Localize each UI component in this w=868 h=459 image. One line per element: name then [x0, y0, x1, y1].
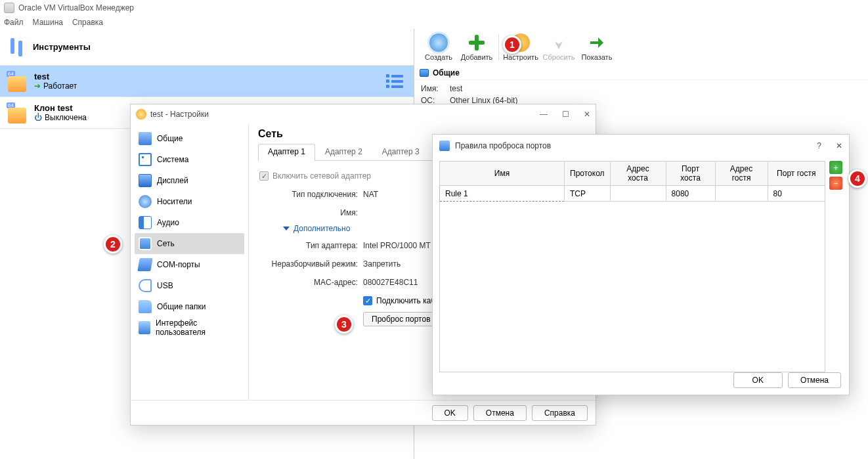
annotation-badge-2: 2 [104, 235, 122, 253]
settings-footer: OK Отмена Справка [131, 400, 596, 425]
ports-ok-button[interactable]: OK [733, 372, 783, 388]
vm-name: Клон test [34, 103, 87, 113]
tab-adapter-1[interactable]: Адаптер 1 [258, 144, 315, 161]
annotation-badge-1: 1 [503, 35, 521, 54]
tab-adapter-2[interactable]: Адаптер 2 [315, 144, 372, 161]
ports-close-button[interactable]: ✕ [836, 141, 842, 150]
svg-rect-0 [11, 38, 14, 54]
cell-name[interactable]: Rule 1 [440, 186, 565, 202]
sidebar-item-storage[interactable]: Носители [135, 191, 244, 212]
arrow-down-icon [550, 33, 568, 52]
port-forwarding-button[interactable]: Проброс портов [363, 312, 439, 326]
menu-help[interactable]: Справка [72, 18, 103, 27]
app-title: Oracle VM VirtualBox Менеджер [18, 3, 134, 12]
toolbar-add-button[interactable]: Добавить [458, 29, 496, 66]
tools-label: Инструменты [33, 42, 91, 52]
settings-cancel-button[interactable]: Отмена [473, 405, 527, 421]
monitor-icon [420, 69, 429, 77]
usb-icon [139, 279, 152, 292]
details-section-general[interactable]: Общие [414, 66, 868, 80]
menu-machine[interactable]: Машина [33, 18, 63, 27]
cell-host-addr[interactable] [610, 186, 666, 202]
ports-cancel-button[interactable]: Отмена [788, 372, 841, 388]
display-icon [139, 174, 152, 187]
tools-icon [8, 37, 26, 58]
checkbox-icon: ✓ [259, 171, 269, 181]
ports-titlebar: Правила проброса портов ? ✕ [433, 135, 849, 157]
toolbar-reset-button[interactable]: Сбросить [540, 29, 578, 66]
vm-item-test[interactable]: 64 test ➔Работает [0, 66, 414, 97]
toolbar-show-button[interactable]: Показать [578, 29, 616, 66]
com-icon [137, 258, 153, 271]
vm-state: ⏻Выключена [34, 113, 87, 122]
cell-guest-port[interactable]: 80 [768, 186, 825, 202]
sidebar-item-shared[interactable]: Общие папки [135, 296, 244, 317]
app-icon [4, 3, 14, 13]
system-icon [139, 153, 152, 166]
settings-sidebar: Общие Система Дисплей Носители Аудио Сет… [131, 124, 249, 400]
ports-row[interactable]: Rule 1 TCP 8080 80 [440, 186, 825, 202]
sidebar-item-ui[interactable]: Интерфейс пользователя [135, 317, 244, 338]
cell-protocol[interactable]: TCP [565, 186, 611, 202]
toolbar-create-button[interactable]: Создать [420, 29, 458, 66]
col-protocol[interactable]: Протокол [565, 162, 611, 186]
general-icon [139, 132, 152, 145]
sidebar-item-com[interactable]: COM-порты [135, 254, 244, 275]
settings-titlebar: test - Настройки — ☐ ✕ [131, 104, 596, 124]
right-toolbar: Создать Добавить Настроить Сбросить Пока… [414, 29, 868, 66]
vm-state: ➔Работает [34, 81, 77, 91]
vm-off-icon: ⏻ [34, 113, 42, 122]
settings-app-icon [136, 109, 146, 120]
settings-title: test - Настройки [150, 110, 209, 119]
ports-app-icon [439, 141, 450, 151]
vm-name: test [34, 72, 77, 81]
port-forwarding-dialog: Правила проброса портов ? ✕ Имя Протокол… [432, 134, 850, 395]
arrow-right-icon [588, 33, 606, 52]
menu-file[interactable]: Файл [4, 18, 24, 27]
ports-help-button[interactable]: ? [817, 141, 821, 150]
ports-title: Правила проброса портов [455, 141, 551, 150]
cell-guest-addr[interactable] [715, 186, 768, 202]
toolbar-separator [498, 34, 499, 60]
plus-icon [467, 33, 486, 52]
maximize-button[interactable]: ☐ [562, 110, 569, 119]
create-icon [429, 33, 448, 52]
sidebar-item-general[interactable]: Общие [135, 128, 244, 149]
audio-icon [139, 216, 152, 229]
col-guest-addr[interactable]: Адрес гостя [715, 162, 768, 186]
tools-item[interactable]: Инструменты [0, 29, 414, 65]
annotation-badge-3: 3 [335, 315, 353, 334]
close-button[interactable]: ✕ [584, 110, 590, 119]
settings-help-button[interactable]: Справка [532, 405, 588, 421]
svg-rect-1 [18, 41, 22, 56]
ports-table: Имя Протокол Адрес хоста Порт хоста Адре… [439, 161, 825, 372]
app-menubar: Файл Машина Справка [0, 16, 868, 29]
col-host-addr[interactable]: Адрес хоста [610, 162, 666, 186]
vm-running-icon: ➔ [34, 81, 41, 91]
vm-os-icon: 64 [7, 71, 28, 92]
col-guest-port[interactable]: Порт гостя [768, 162, 825, 186]
ui-icon [139, 321, 150, 334]
settings-ok-button[interactable]: OK [432, 405, 468, 421]
sidebar-item-display[interactable]: Дисплей [135, 170, 244, 191]
tab-adapter-3[interactable]: Адаптер 3 [372, 144, 429, 161]
remove-rule-button[interactable]: － [829, 177, 842, 190]
sidebar-item-usb[interactable]: USB [135, 275, 244, 296]
annotation-badge-4: 4 [848, 169, 867, 188]
app-titlebar: Oracle VM VirtualBox Менеджер [0, 0, 868, 16]
vm-detail-toggle[interactable] [386, 74, 403, 88]
vm-os-icon: 64 [7, 102, 28, 123]
shared-icon [139, 300, 152, 313]
minimize-button[interactable]: — [540, 110, 548, 119]
sidebar-item-network[interactable]: Сеть [135, 233, 244, 254]
cell-host-port[interactable]: 8080 [666, 186, 715, 202]
chevron-down-icon [283, 227, 290, 230]
sidebar-item-audio[interactable]: Аудио [135, 212, 244, 233]
ports-side-buttons: ＋ － [829, 161, 842, 366]
add-rule-button[interactable]: ＋ [829, 161, 842, 174]
sidebar-item-system[interactable]: Система [135, 149, 244, 170]
network-icon [139, 237, 152, 250]
col-name[interactable]: Имя [440, 162, 565, 186]
storage-icon [139, 195, 152, 208]
col-host-port[interactable]: Порт хоста [666, 162, 715, 186]
